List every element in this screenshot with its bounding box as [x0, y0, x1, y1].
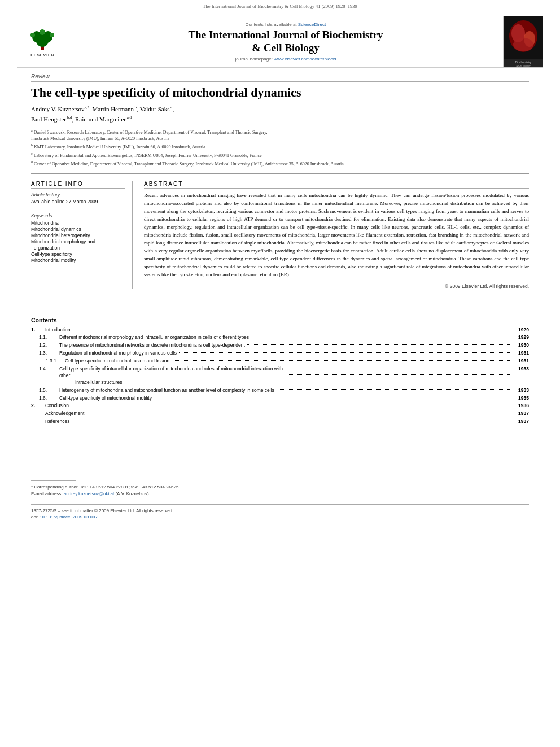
copyright: © 2009 Elsevier Ltd. All rights reserved…	[144, 283, 529, 289]
article-info-column: ARTICLE INFO Article history: Available …	[31, 181, 133, 289]
toc-text-ack: Acknowledgement	[45, 410, 84, 417]
toc-text-2: Conclusion	[45, 403, 69, 409]
keyword-5: Cell-type specificity	[31, 251, 125, 257]
corresponding-email-link[interactable]: andrey.kuznetsov@uki.at	[64, 491, 114, 496]
affiliation-b: b KMT Laboratory, Innsbruck Medical Univ…	[31, 143, 529, 151]
toc-item-1-4: 1.4. Cell-type specificity of intracellu…	[31, 366, 529, 386]
keywords-label: Keywords:	[31, 209, 125, 219]
article-info-header: ARTICLE INFO	[31, 181, 125, 189]
toc-page-1-1: 1929	[512, 334, 529, 341]
article-type: Review	[31, 73, 529, 80]
journal-thumbnail: Biochemistry & Cell Biology	[504, 16, 542, 67]
toc-page-ack: 1937	[512, 410, 529, 417]
journal-title-line2: & Cell Biology	[252, 42, 319, 55]
svg-point-6	[50, 33, 54, 37]
authors-line: Andrey V. Kuznetsova,*, Martin Hermann b…	[31, 104, 529, 124]
toc-item-1: 1. Introduction 1929	[31, 327, 529, 334]
toc-num-1-2: 1.2.	[31, 342, 59, 349]
toc-text-1-3: Regulation of mitochondrial morphology i…	[59, 350, 177, 357]
svg-point-12	[513, 38, 533, 51]
citation-text: The International Journal of Biochemistr…	[203, 3, 357, 9]
toc-item-ref: References 1937	[31, 418, 529, 425]
toc-text-1: Introduction	[45, 327, 70, 334]
svg-point-5	[30, 33, 35, 37]
toc-page-2: 1936	[512, 403, 529, 409]
toc-item-1-5: 1.5. Heterogeneity of mitochondria and m…	[31, 387, 529, 394]
toc-item-ack: Acknowledgement 1937	[31, 410, 529, 417]
journal-citation: The International Journal of Biochemistr…	[0, 0, 560, 11]
toc-text-ref: References	[45, 418, 69, 425]
toc-item-2: 2. Conclusion 1936	[31, 403, 529, 409]
toc-dots-1-3-1	[172, 360, 510, 361]
toc-page-1-4: 1933	[512, 366, 529, 373]
affiliations: a Daniel Swarovski Research Laboratory, …	[31, 128, 529, 174]
doi-link[interactable]: 10.1016/j.biocel.2009.03.007	[40, 514, 98, 519]
toc-item-1-2: 1.2. The presence of mitochondrial netwo…	[31, 342, 529, 349]
journal-homepage-link[interactable]: www.elsevier.com/locate/biocel	[274, 56, 336, 62]
toc-dots-ack	[86, 413, 510, 413]
issn-note: 1357-2725/$ – see front matter © 2009 El…	[31, 508, 529, 513]
contents-section: Contents 1. Introduction 1929 1.1. Diffe…	[0, 312, 560, 433]
corresponding-divider	[31, 480, 76, 481]
abstract-text: Recent advances in mitochondrial imaging…	[144, 192, 529, 278]
toc-num-1-5: 1.5.	[31, 387, 59, 394]
journal-title-line1: The International Journal of Biochemistr…	[188, 29, 383, 42]
main-content: Review The cell-type specificity of mito…	[0, 68, 560, 306]
journal-title-section: Contents lists available at ScienceDirec…	[68, 16, 503, 67]
toc-dots-ref	[72, 421, 510, 421]
sciencedirect-link[interactable]: ScienceDirect	[298, 22, 326, 27]
toc-dots-1-5	[277, 389, 510, 390]
corresponding-info: Corresponding author. Tel.: +43 512 504 …	[34, 484, 180, 490]
history-label: Article history:	[31, 192, 125, 198]
toc-text-1-5: Heterogeneity of mitochondria and mitoch…	[59, 387, 274, 394]
toc-num-2: 2.	[31, 403, 45, 409]
journal-homepage: journal homepage: www.elsevier.com/locat…	[235, 56, 336, 62]
toc-item-1-1: 1.1. Different mitochondrial morphology …	[31, 334, 529, 341]
affiliation-c: c Laboratory of Fundamental and Applied …	[31, 151, 529, 159]
toc-item-1-6: 1.6. Cell-type specificity of mitochondr…	[31, 395, 529, 402]
corresponding-author-text: * Corresponding author. Tel.: +43 512 50…	[31, 484, 529, 497]
keyword-3: Mitochondrial heterogeneity	[31, 233, 125, 238]
keyword-1: Mitochondria	[31, 220, 125, 226]
toc-dots-1	[72, 329, 510, 329]
journal-thumbnail-section: Biochemistry & Cell Biology	[503, 16, 542, 67]
elsevier-logo: ELSEVIER	[24, 27, 61, 57]
toc-page-1-5: 1933	[512, 387, 529, 394]
toc-text-1-3-1: Cell type-specific mitochondrial fusion …	[65, 358, 169, 365]
contents-title: Contents	[31, 317, 529, 324]
journal-header: ELSEVIER Contents lists available at Sci…	[17, 16, 543, 68]
elsevier-text: ELSEVIER	[30, 53, 55, 57]
toc-page-ref: 1937	[512, 418, 529, 425]
toc-page-1-3-1: 1931	[512, 358, 529, 365]
page: The International Journal of Biochemistr…	[0, 0, 560, 747]
journal-cover-image: Biochemistry & Cell Biology	[504, 16, 542, 67]
toc-dots-1-3	[179, 352, 510, 353]
keyword-4b: organization	[31, 245, 125, 251]
toc-dots-2	[71, 405, 510, 405]
footer-content: 1357-2725/$ – see front matter © 2009 El…	[0, 508, 560, 519]
toc-num-1-3: 1.3.	[31, 350, 59, 357]
svg-point-7	[40, 29, 45, 35]
toc-num-1-1: 1.1.	[31, 334, 59, 341]
toc-page-1-3: 1931	[512, 350, 529, 357]
toc-dots-1-4	[286, 374, 510, 375]
keyword-2: Mitochondrial dynamics	[31, 226, 125, 232]
svg-text:& Cell Biology: & Cell Biology	[516, 64, 530, 67]
email-attribution: (A.V. Kuznetsov).	[115, 491, 150, 496]
toc-page-1-6: 1935	[512, 395, 529, 402]
available-online: Available online 27 March 2009	[31, 199, 125, 204]
toc-page-1: 1929	[512, 327, 529, 334]
svg-text:Biochemistry: Biochemistry	[515, 60, 531, 64]
author-2: Paul Hengster b,d, Raimund Margreiter a,…	[31, 116, 132, 123]
doi-label: doi:	[31, 514, 38, 519]
elsevier-logo-section: ELSEVIER	[18, 16, 68, 67]
toc-num-1-6: 1.6.	[31, 395, 59, 402]
affiliation-a: a Daniel Swarovski Research Laboratory, …	[31, 128, 529, 143]
contents-available-text: Contents lists available at ScienceDirec…	[246, 22, 326, 27]
corresponding-section: * Corresponding author. Tel.: +43 512 50…	[0, 480, 560, 497]
toc-num-1: 1.	[31, 327, 45, 334]
toc-num-1-4: 1.4.	[31, 366, 59, 373]
toc-dots-1-2	[247, 344, 510, 345]
keyword-6: Mitochondrial motility	[31, 257, 125, 263]
toc-item-1-3: 1.3. Regulation of mitochondrial morphol…	[31, 350, 529, 357]
